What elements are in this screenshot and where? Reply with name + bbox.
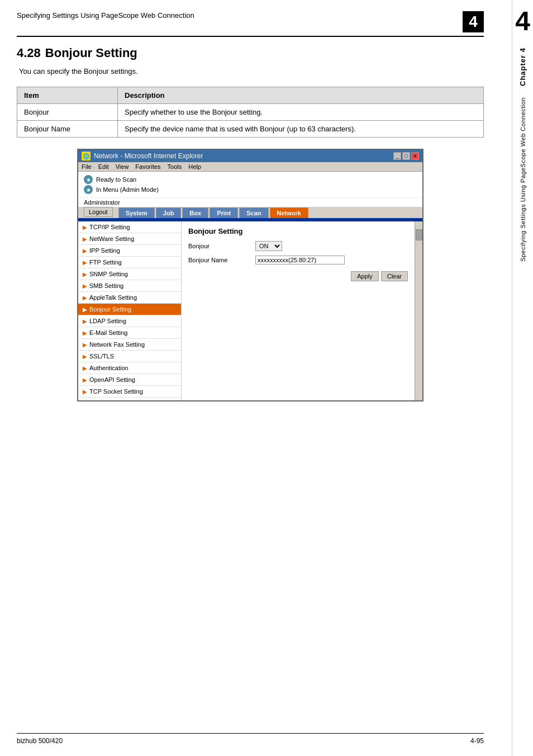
sidebar-item-bonjour[interactable]: ▶ Bonjour Setting <box>78 304 181 315</box>
tab-job[interactable]: Job <box>156 207 182 218</box>
bonjour-select[interactable]: ON OFF <box>255 241 282 251</box>
bonjour-name-control <box>255 256 345 264</box>
menu-tools[interactable]: Tools <box>168 163 182 170</box>
status-line-1: ◉ Ready to Scan <box>84 175 417 184</box>
arrow-icon: ▶ <box>83 318 87 324</box>
sidebar-item-snmp[interactable]: ▶ SNMP Setting <box>78 268 181 280</box>
menu-file[interactable]: File <box>82 163 92 170</box>
browser-icon: 🌐 <box>82 152 91 160</box>
bonjour-row: Bonjour ON OFF <box>188 241 408 251</box>
sidebar-label-ssltls: SSL/TLS <box>89 353 114 360</box>
arrow-icon: ▶ <box>83 236 87 242</box>
sidebar-item-netware[interactable]: ▶ NetWare Setting <box>78 233 181 245</box>
bonjour-name-row: Bonjour Name <box>188 256 408 264</box>
section-title: Bonjour Setting <box>45 46 137 60</box>
scrollbar[interactable] <box>415 221 422 400</box>
tab-scan[interactable]: Scan <box>239 207 268 218</box>
sidebar-label-snmp: SNMP Setting <box>89 271 128 277</box>
sidebar-label-ftp: FTP Setting <box>89 259 122 266</box>
sidebar-label-authentication: Authentication <box>89 365 129 371</box>
sidebar-label-ldap: LDAP Setting <box>89 318 126 324</box>
tab-print[interactable]: Print <box>210 207 238 218</box>
sidebar-item-ssltls[interactable]: ▶ SSL/TLS <box>78 351 181 362</box>
status-icon-2: ◉ <box>84 185 93 194</box>
right-content: Bonjour Setting Bonjour ON OFF Bonjour N… <box>182 221 415 400</box>
sidebar-item-networkfax[interactable]: ▶ Network Fax Setting <box>78 339 181 351</box>
sidebar-label-smb: SMB Setting <box>89 282 123 289</box>
bonjour-name-label: Bonjour Name <box>188 257 255 263</box>
sidebar-label-tcpip: TCP/IP Setting <box>89 224 130 230</box>
table-row: Bonjour Name Specify the device name tha… <box>17 121 484 138</box>
arrow-icon: ▶ <box>83 248 87 254</box>
item-bonjour: Bonjour <box>17 104 118 121</box>
arrow-icon: ▶ <box>83 224 87 230</box>
arrow-icon: ▶ <box>83 342 87 348</box>
info-table: Item Description Bonjour Specify whether… <box>17 87 484 138</box>
arrow-icon: ▶ <box>83 353 87 360</box>
sidebar-item-email[interactable]: ▶ E-Mail Setting <box>78 327 181 339</box>
status-icon-1: ◉ <box>84 175 93 184</box>
bonjour-label: Bonjour <box>188 243 255 249</box>
clear-button[interactable]: Clear <box>381 271 408 281</box>
sidebar-label-ipp: IPP Setting <box>89 247 120 254</box>
nav-tabs: Logout System Job Box Print Scan Network <box>78 207 422 219</box>
logout-button[interactable]: Logout <box>84 207 113 217</box>
sidebar-item-openapi[interactable]: ▶ OpenAPI Setting <box>78 374 181 386</box>
browser-controls[interactable]: _ □ ✕ <box>393 152 419 160</box>
sidebar-label-bonjour: Bonjour Setting <box>89 306 131 313</box>
footer-page: 4-95 <box>470 737 484 745</box>
minimize-button[interactable]: _ <box>393 152 401 160</box>
sidebar-item-tcpsocket[interactable]: ▶ TCP Socket Setting <box>78 386 181 398</box>
sidebar-item-tcpip[interactable]: ▶ TCP/IP Setting <box>78 221 181 233</box>
close-button[interactable]: ✕ <box>411 152 419 160</box>
tab-box[interactable]: Box <box>182 207 208 218</box>
page-header: Specifying Settings Using PageScope Web … <box>17 11 484 37</box>
footer-product: bizhub 500/420 <box>17 737 63 745</box>
sidebar-label-appletalk: AppleTalk Setting <box>89 294 137 301</box>
sidebar-label-tcpsocket: TCP Socket Setting <box>89 388 143 395</box>
button-row: Apply Clear <box>188 271 408 281</box>
sidebar-item-ldap[interactable]: ▶ LDAP Setting <box>78 315 181 327</box>
maximize-button[interactable]: □ <box>402 152 410 160</box>
sidebar-item-smb[interactable]: ▶ SMB Setting <box>78 280 181 292</box>
desc-bonjour-name: Specify the device name that is used wit… <box>118 121 484 138</box>
arrow-icon: ▶ <box>83 306 87 313</box>
browser-titlebar: 🌐 Network - Microsoft Internet Explorer … <box>78 150 422 162</box>
sidebar-label-openapi: OpenAPI Setting <box>89 376 135 383</box>
page-footer: bizhub 500/420 4-95 <box>17 733 484 745</box>
menu-favorites[interactable]: Favorites <box>135 163 160 170</box>
sidebar-label-networkfax: Network Fax Setting <box>89 341 145 348</box>
arrow-icon: ▶ <box>83 330 87 336</box>
menu-view[interactable]: View <box>116 163 129 170</box>
content-layout: ▶ TCP/IP Setting ▶ NetWare Setting ▶ IPP… <box>78 221 422 400</box>
tab-network[interactable]: Network <box>270 207 308 218</box>
desc-bonjour: Specify whether to use the Bonjour setti… <box>118 104 484 121</box>
status-area: ◉ Ready to Scan ◉ In Menu (Admin Mode) <box>78 172 422 198</box>
side-chapter-number: 4 <box>515 6 530 36</box>
section-heading: 4.28Bonjour Setting <box>17 46 484 60</box>
bonjour-control: ON OFF <box>255 241 282 251</box>
arrow-icon: ▶ <box>83 389 87 395</box>
sidebar-item-appletalk[interactable]: ▶ AppleTalk Setting <box>78 292 181 304</box>
menu-edit[interactable]: Edit <box>98 163 109 170</box>
form-section-title: Bonjour Setting <box>188 227 408 235</box>
tab-system[interactable]: System <box>118 207 155 218</box>
left-sidebar: ▶ TCP/IP Setting ▶ NetWare Setting ▶ IPP… <box>78 221 182 400</box>
apply-button[interactable]: Apply <box>351 271 379 281</box>
sidebar-item-ipp[interactable]: ▶ IPP Setting <box>78 245 181 257</box>
bonjour-name-input[interactable] <box>255 256 345 264</box>
section-description: You can specify the Bonjour settings. <box>19 67 484 75</box>
arrow-icon: ▶ <box>83 283 87 289</box>
arrow-icon: ▶ <box>83 377 87 383</box>
arrow-icon: ▶ <box>83 365 87 371</box>
side-chapter-label: Chapter 4 <box>518 48 527 86</box>
scroll-thumb[interactable] <box>416 229 422 240</box>
menu-help[interactable]: Help <box>188 163 201 170</box>
arrow-icon: ▶ <box>83 259 87 266</box>
header-title: Specifying Settings Using PageScope Web … <box>17 11 194 20</box>
sidebar-label-email: E-Mail Setting <box>89 329 127 336</box>
sidebar-item-ftp[interactable]: ▶ FTP Setting <box>78 257 181 268</box>
sidebar-item-authentication[interactable]: ▶ Authentication <box>78 362 181 374</box>
browser-body: ◉ Ready to Scan ◉ In Menu (Admin Mode) A… <box>78 172 422 400</box>
chapter-box: 4 <box>463 11 484 32</box>
